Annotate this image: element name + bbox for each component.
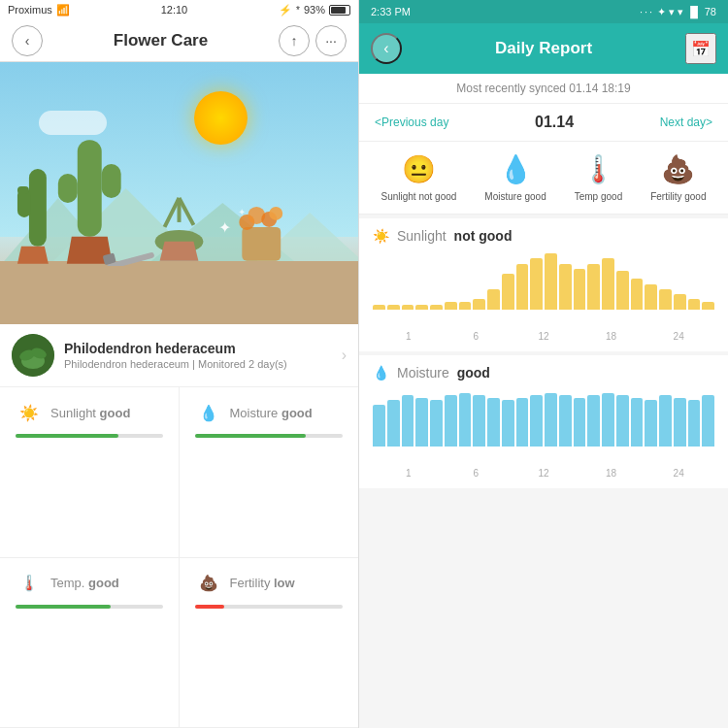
battery-pct: 78 (705, 6, 716, 17)
moisture-bar-13 (559, 395, 572, 447)
svg-point-21 (269, 207, 282, 220)
calendar-button[interactable]: 📅 (685, 33, 716, 64)
status-icon-item-2: 🌡️ Temp good (575, 153, 622, 202)
moisture-bar-18 (631, 398, 644, 447)
status-icons-row: 😐 Sunlight not good 💧 Moisture good 🌡️ T… (359, 142, 728, 215)
battery-bar (329, 5, 350, 16)
svg-marker-16 (160, 242, 199, 261)
progress-fill-0 (16, 434, 118, 438)
sunlight-bar-1 (387, 305, 400, 310)
stat-label-0: Sunlight good (50, 406, 130, 420)
sunlight-bar-18 (631, 279, 644, 310)
progress-fill-3 (195, 605, 225, 609)
plant-subtitle: Philodendron hederaceum | Monitored 2 da… (64, 358, 332, 370)
sunlight-bar-9 (502, 274, 514, 310)
stat-cell-3: 💩 Fertility low (180, 558, 359, 729)
status-emoji-0: 😐 (402, 153, 436, 185)
status-emoji-2: 🌡️ (581, 153, 615, 185)
stat-icon-2: 🌡️ (16, 570, 43, 597)
svg-rect-6 (17, 186, 29, 194)
stat-header-0: ☀️ Sunlight good (16, 399, 163, 426)
status-right: ⚡ * 93% (279, 4, 350, 17)
mx-label-24: 24 (645, 468, 712, 479)
status-text-2: Temp good (575, 191, 622, 202)
more-button[interactable]: ··· (315, 25, 347, 56)
status-text-1: Moisture good (484, 191, 546, 202)
back-icon: ‹ (25, 33, 30, 49)
sunlight-label: Sunlight (397, 228, 447, 244)
android-status-bar: 2:33 PM ··· ✦ ▾ ▾ ▐▌ 78 (359, 0, 728, 23)
stat-value-1: good (281, 406, 313, 420)
svg-marker-7 (17, 247, 49, 264)
moisture-chart-section: 💧 Moisture good 1 6 12 18 24 (359, 355, 728, 488)
calendar-icon: 📅 (691, 40, 711, 58)
moisture-bar-20 (659, 395, 672, 447)
status-text-0: Sunlight not good (381, 191, 457, 202)
stat-label-1: Moisture good (230, 406, 313, 420)
progress-fill-2 (16, 605, 111, 609)
sunlight-chart-section: ☀️ Sunlight not good 1 6 12 18 24 (359, 218, 728, 351)
moisture-bar-23 (702, 395, 714, 447)
plant-details: Philodendron hederaceum Philodendron hed… (64, 341, 332, 370)
more-icon: ··· (325, 33, 337, 49)
battery-label: 93% (304, 4, 325, 16)
prev-day-button[interactable]: <Previous day (375, 116, 448, 129)
moisture-bar-12 (545, 393, 557, 447)
bluetooth-icon: ✦ (657, 6, 666, 18)
stat-value-2: good (88, 576, 119, 590)
moisture-bar-1 (387, 400, 400, 447)
plant-name: Philodendron hederaceum (64, 341, 332, 356)
bluetooth-icon: * (296, 5, 300, 16)
nav-title: Flower Care (114, 31, 208, 50)
ios-nav-bar: ‹ Flower Care ↑ ··· (0, 19, 358, 62)
moisture-bar-2 (402, 395, 414, 447)
ground-illustration (0, 261, 358, 324)
plant-avatar (12, 334, 54, 377)
next-day-button[interactable]: Next day> (660, 116, 712, 129)
stat-value-3: low (274, 576, 295, 590)
moisture-bar-8 (487, 398, 500, 447)
stat-icon-1: 💧 (195, 399, 222, 426)
mx-label-1: 1 (375, 468, 443, 479)
sunlight-bar-13 (559, 264, 572, 310)
sunlight-bar-5 (445, 302, 457, 310)
svg-rect-10 (58, 174, 78, 203)
progress-bg-3 (195, 605, 344, 609)
moisture-bar-5 (445, 395, 457, 447)
left-panel: Proximus 📶 12:10 ⚡ * 93% ‹ Flower Care ↑… (0, 0, 359, 728)
moisture-bar-21 (674, 398, 686, 447)
mx-label-18: 18 (578, 468, 645, 479)
moisture-bar-6 (459, 393, 472, 447)
status-text-3: Fertility good (650, 191, 706, 202)
status-icon-item-0: 😐 Sunlight not good (381, 153, 457, 202)
stat-label-3: Fertility low (230, 576, 295, 590)
signal-icon: ▾ (669, 6, 675, 18)
sync-info: Most recently synced 01.14 18:19 (359, 74, 728, 104)
svg-rect-9 (102, 164, 121, 198)
dots-icon: ··· (640, 6, 654, 17)
android-status-icons: ··· ✦ ▾ ▾ ▐▌ 78 (640, 6, 716, 18)
svg-rect-8 (78, 140, 102, 237)
back-button[interactable]: ‹ (371, 33, 402, 64)
stats-grid: ☀️ Sunlight good 💧 Moisture good 🌡️ Temp… (0, 387, 358, 728)
bars-icon: ▐▌ (686, 6, 702, 17)
status-left: Proximus 📶 (8, 4, 70, 17)
ios-status-bar: Proximus 📶 12:10 ⚡ * 93% (0, 0, 358, 19)
sunlight-chart-emoji: ☀️ (373, 228, 389, 244)
sparkle2: ✦ (238, 207, 246, 217)
moisture-bar-4 (430, 400, 443, 447)
plants-svg (0, 111, 358, 266)
sunlight-bar-11 (530, 258, 543, 310)
charge-icon: ⚡ (279, 4, 292, 17)
status-icon-item-1: 💧 Moisture good (484, 153, 546, 202)
sunlight-bar-10 (516, 264, 529, 310)
progress-bg-2 (16, 605, 163, 609)
x-label-1: 1 (375, 331, 443, 342)
moisture-bar-3 (415, 398, 428, 447)
share-button[interactable]: ↑ (279, 25, 310, 56)
back-button[interactable]: ‹ (12, 25, 43, 56)
stat-cell-2: 🌡️ Temp. good (0, 558, 180, 729)
android-time: 2:33 PM (371, 6, 411, 17)
moisture-chart-title: 💧 Moisture good (373, 365, 714, 381)
wifi-icon: 📶 (56, 4, 70, 17)
